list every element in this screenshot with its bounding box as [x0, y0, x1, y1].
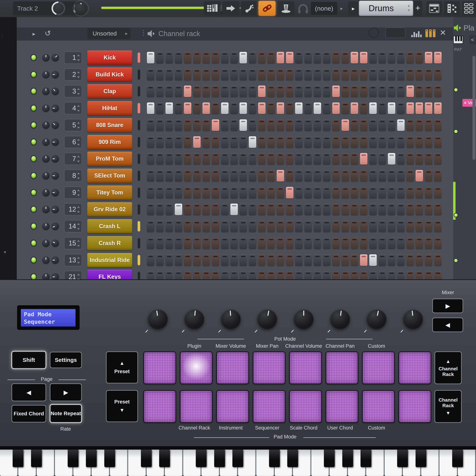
step-cell-14[interactable]	[267, 271, 275, 279]
channel-knob-a[interactable]	[42, 256, 50, 264]
step-cell-29[interactable]	[407, 204, 414, 215]
step-cell-6[interactable]	[193, 52, 201, 63]
step-cell-30[interactable]	[416, 254, 423, 266]
step-cell-16[interactable]	[286, 136, 293, 148]
step-cell-5[interactable]	[184, 238, 191, 249]
step-cell-10[interactable]	[230, 153, 238, 165]
channel-button[interactable]: Titey Tom	[87, 186, 132, 200]
step-cell-23[interactable]	[351, 85, 358, 97]
channel-number[interactable]: 4	[64, 102, 82, 114]
step-cell-13[interactable]	[258, 187, 266, 198]
channel-knob-a[interactable]	[42, 189, 50, 196]
step-cell-27[interactable]	[388, 69, 395, 80]
step-cell-2[interactable]	[156, 52, 164, 63]
channel-mute-indicator[interactable]	[137, 120, 140, 130]
step-cell-31[interactable]	[425, 238, 432, 249]
step-cell-1[interactable]	[147, 271, 154, 279]
step-cell-12[interactable]	[249, 170, 256, 182]
channel-number[interactable]: 8	[64, 170, 82, 182]
step-cell-9[interactable]	[221, 170, 229, 182]
stepper-down-icon[interactable]	[77, 110, 80, 112]
step-cell-15[interactable]	[277, 187, 284, 198]
step-cell-7[interactable]	[203, 170, 210, 182]
step-cell-2[interactable]	[156, 153, 164, 165]
black-key-4[interactable]	[68, 450, 78, 467]
step-cell-5[interactable]	[184, 187, 191, 198]
channel-number[interactable]: 15	[64, 237, 82, 249]
step-cell-3[interactable]	[166, 69, 173, 80]
channel-number[interactable]: 6	[64, 136, 82, 148]
step-cell-14[interactable]	[267, 187, 275, 198]
pot-knob-7[interactable]	[367, 309, 386, 329]
step-cell-28[interactable]	[397, 52, 405, 63]
drum-pad-r1-c4[interactable]	[253, 351, 285, 384]
stepper-up-icon[interactable]	[77, 54, 80, 56]
step-cell-20[interactable]	[323, 52, 330, 63]
step-cell-7[interactable]	[203, 102, 210, 114]
step-cell-4[interactable]	[175, 238, 182, 249]
black-key-19[interactable]	[342, 450, 353, 467]
channel-knob-b[interactable]	[51, 87, 59, 95]
step-cell-6[interactable]	[193, 254, 201, 266]
stepper-up-icon[interactable]	[77, 240, 80, 242]
track-led[interactable]	[454, 130, 458, 133]
step-cell-3[interactable]	[166, 187, 173, 198]
step-cell-31[interactable]	[425, 52, 432, 63]
step-cell-3[interactable]	[166, 254, 173, 266]
channel-enable-led[interactable]	[31, 139, 36, 145]
step-cell-7[interactable]	[203, 271, 210, 279]
drum-pad-r1-c2[interactable]	[180, 351, 213, 384]
step-cell-30[interactable]	[416, 221, 423, 232]
step-cell-4[interactable]	[175, 187, 182, 198]
step-cell-17[interactable]	[295, 119, 303, 131]
step-cell-30[interactable]	[416, 136, 423, 148]
channel-button[interactable]: Clap	[87, 84, 132, 98]
step-cell-2[interactable]	[156, 238, 164, 249]
step-cell-2[interactable]	[156, 85, 164, 97]
step-cell-17[interactable]	[295, 254, 303, 266]
channel-mute-indicator[interactable]	[137, 103, 140, 113]
channel-knob-b[interactable]	[51, 172, 59, 179]
touch-knob-button[interactable]	[277, 1, 294, 16]
stepper-down-icon[interactable]	[77, 211, 80, 213]
step-cell-30[interactable]	[416, 69, 423, 80]
channel-number[interactable]: 9	[64, 187, 82, 199]
channel-knob-b[interactable]	[51, 206, 59, 213]
step-cell-27[interactable]	[388, 102, 395, 114]
step-cell-24[interactable]	[360, 187, 367, 198]
step-cell-14[interactable]	[267, 69, 275, 80]
step-cell-31[interactable]	[425, 187, 432, 198]
preset-down-button[interactable]: Preset▼	[106, 390, 138, 422]
step-cell-21[interactable]	[332, 170, 340, 182]
step-cell-4[interactable]	[175, 85, 182, 97]
step-cell-19[interactable]	[314, 153, 321, 165]
step-cell-21[interactable]	[332, 52, 340, 63]
step-cell-25[interactable]	[369, 238, 377, 249]
step-cell-19[interactable]	[314, 85, 321, 97]
step-cell-19[interactable]	[314, 52, 321, 63]
step-cell-13[interactable]	[258, 271, 266, 279]
step-cell-9[interactable]	[221, 153, 229, 165]
step-cell-7[interactable]	[203, 119, 210, 131]
channel-button[interactable]: Crash L	[87, 219, 132, 233]
step-cell-22[interactable]	[341, 85, 349, 97]
step-cell-24[interactable]	[360, 153, 367, 165]
step-cell-31[interactable]	[425, 271, 432, 279]
step-cell-30[interactable]	[416, 52, 423, 63]
step-cell-11[interactable]	[239, 204, 247, 215]
black-key-6[interactable]	[104, 450, 115, 467]
step-cell-9[interactable]	[221, 204, 229, 215]
step-cell-27[interactable]	[388, 254, 395, 266]
step-cell-15[interactable]	[277, 204, 284, 215]
step-cell-13[interactable]	[258, 254, 266, 266]
step-cell-10[interactable]	[230, 221, 238, 232]
step-cell-8[interactable]	[212, 69, 219, 80]
step-cell-22[interactable]	[341, 187, 349, 198]
channel-mute-indicator[interactable]	[137, 255, 140, 265]
step-cell-12[interactable]	[249, 238, 256, 249]
step-cell-20[interactable]	[323, 238, 330, 249]
step-cell-14[interactable]	[267, 85, 275, 97]
step-cell-8[interactable]	[212, 136, 219, 148]
step-cell-13[interactable]	[258, 204, 266, 215]
step-cell-22[interactable]	[341, 69, 349, 80]
